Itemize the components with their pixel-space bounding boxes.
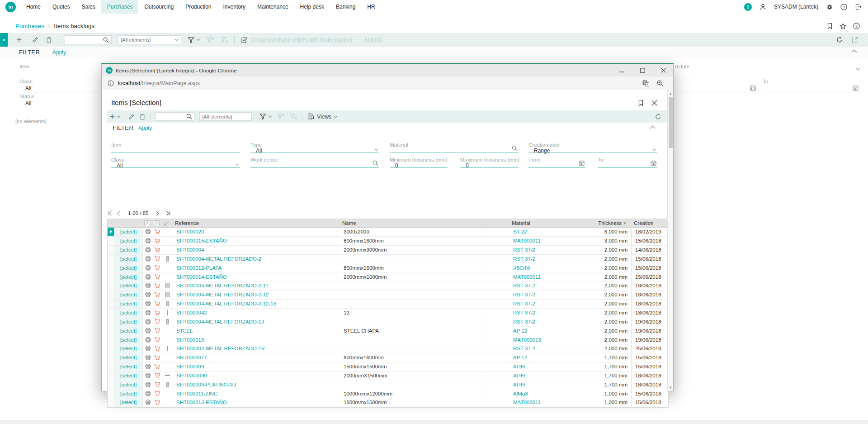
cart-icon[interactable] bbox=[153, 238, 162, 244]
url-text[interactable]: localhost/Integra/MainPage.aspx bbox=[118, 80, 200, 86]
table-row[interactable]: [select]SHT0000091500mmx1500mmAl 991,700… bbox=[108, 362, 668, 372]
table-row[interactable]: [select]SHT000012-PLATA800mmx1600mmX5CrN… bbox=[108, 263, 668, 272]
popup-filter-field-to[interactable]: To bbox=[598, 157, 657, 168]
nav-item-sales[interactable]: Sales bbox=[76, 0, 101, 14]
cart-icon[interactable] bbox=[153, 328, 162, 333]
reference-link[interactable]: SHT0000042 bbox=[173, 309, 338, 317]
popup-filter-field-creation-date[interactable]: Creation dateRange bbox=[528, 142, 657, 153]
field-value[interactable]: All bbox=[111, 162, 240, 169]
printer-icon[interactable] bbox=[143, 238, 153, 243]
printer-icon[interactable] bbox=[143, 247, 153, 252]
printer-icon[interactable] bbox=[143, 292, 153, 297]
printer-icon[interactable] bbox=[143, 373, 153, 378]
filter-collapse-icon[interactable] bbox=[851, 49, 857, 53]
table-row[interactable]: [select]SHT000004-METAL REFORZADO-2RST 3… bbox=[108, 255, 668, 264]
nav-item-banking[interactable]: Banking bbox=[330, 0, 361, 14]
table-row[interactable]: [select]SHT00000902000mmX1500mmAl 991,70… bbox=[108, 372, 668, 381]
popup-add-caret-icon[interactable] bbox=[117, 115, 121, 118]
info-icon[interactable] bbox=[108, 80, 114, 86]
cart-icon[interactable] bbox=[153, 346, 162, 352]
material-link[interactable]: RST 37-2 bbox=[485, 300, 602, 308]
table-row[interactable]: [select]SHT000004-METAL REFORZADO-1JRST … bbox=[108, 317, 668, 326]
field-value[interactable]: All bbox=[250, 148, 379, 154]
actions-button[interactable]: Actions bbox=[364, 37, 382, 43]
reference-link[interactable]: SHT000004-METAL REFORZADO-1V bbox=[173, 344, 338, 353]
add-button[interactable]: + bbox=[16, 35, 22, 44]
cart-icon[interactable] bbox=[153, 265, 162, 271]
table-row[interactable]: [select]SHT0000042000mmx3000mmRST 37-22,… bbox=[108, 246, 668, 255]
field-value[interactable]: Range bbox=[528, 148, 657, 154]
table-row[interactable]: [select]SHT000015MAT0000132,000 mm19/06/… bbox=[108, 335, 668, 344]
filter-clear-button[interactable] bbox=[221, 37, 228, 43]
nav-item-production[interactable]: Production bbox=[179, 0, 217, 14]
select-link[interactable]: [select] bbox=[120, 400, 137, 405]
cart-icon[interactable] bbox=[153, 355, 162, 361]
printer-icon[interactable] bbox=[143, 265, 153, 271]
select-link[interactable]: [select] bbox=[120, 364, 137, 369]
popup-filter-field-work-centre[interactable]: Work centre bbox=[250, 157, 379, 168]
select-link[interactable]: [select] bbox=[120, 355, 137, 360]
last-page-button[interactable] bbox=[165, 211, 170, 216]
printer-icon[interactable] bbox=[143, 229, 153, 234]
cart-icon[interactable] bbox=[153, 381, 162, 387]
header-material[interactable]: Material bbox=[484, 219, 601, 227]
popup-search-input[interactable] bbox=[156, 112, 194, 121]
reference-link[interactable]: SHT000004-METAL REFORZADO-1J bbox=[173, 317, 338, 326]
create-po-button[interactable]: Create purchase orders with main supplie… bbox=[241, 37, 352, 43]
nav-item-maintenance[interactable]: Maintenance bbox=[251, 0, 294, 14]
refresh-icon[interactable] bbox=[836, 37, 843, 43]
popup-edit-button[interactable] bbox=[128, 114, 135, 120]
cart-icon[interactable] bbox=[153, 292, 162, 298]
cart-icon[interactable] bbox=[153, 229, 162, 235]
select-link[interactable]: [select] bbox=[120, 274, 137, 280]
table-row[interactable]: [select]SHT000011-ZINC10000mmx12000mmAlM… bbox=[108, 389, 668, 398]
popup-bookmark-icon[interactable] bbox=[638, 100, 644, 106]
caret-down-icon[interactable] bbox=[235, 163, 239, 166]
prev-page-button[interactable] bbox=[117, 211, 120, 216]
popup-scrollbar[interactable]: ▲ ▼ bbox=[667, 90, 673, 391]
popup-filter-button[interactable] bbox=[259, 114, 272, 119]
printer-icon[interactable] bbox=[143, 301, 153, 306]
reference-link[interactable]: SHT000015-ESTAÑO bbox=[173, 237, 338, 245]
material-link[interactable]: RST 37-2 bbox=[485, 344, 602, 353]
bg-class-value[interactable]: All bbox=[25, 85, 31, 91]
scrollbar-thumb[interactable] bbox=[669, 97, 673, 148]
table-row[interactable]: [select]SHT000009-PLATINO-0UAl 991,700 m… bbox=[108, 380, 668, 389]
cart-icon[interactable] bbox=[153, 400, 162, 405]
nav-item-inventory[interactable]: Inventory bbox=[217, 0, 251, 14]
table-row[interactable]: [select]SHT000014-ESTAÑO2000mmx1000mmMAT… bbox=[108, 272, 668, 281]
cart-icon[interactable] bbox=[153, 247, 162, 253]
printer-icon[interactable] bbox=[143, 283, 153, 288]
printer-icon[interactable] bbox=[143, 391, 153, 396]
reference-link[interactable]: SHT000004-METAL REFORZADO-2-11 bbox=[173, 281, 338, 290]
reference-link[interactable]: SHT000011-ZINC bbox=[173, 389, 338, 398]
field-value[interactable] bbox=[390, 148, 519, 154]
material-link[interactable]: RST 37-2 bbox=[485, 317, 602, 326]
popup-filter-apply-link[interactable]: Apply bbox=[138, 125, 152, 131]
printer-icon[interactable] bbox=[143, 310, 153, 315]
reference-link[interactable]: SHT000004-METAL REFORZADO-2-12-13 bbox=[173, 300, 338, 308]
zoom-out-icon[interactable] bbox=[657, 80, 663, 86]
field-value[interactable] bbox=[598, 162, 657, 169]
popup-add-button[interactable]: + bbox=[109, 112, 115, 121]
material-link[interactable]: MAT000011 bbox=[485, 272, 602, 281]
table-row[interactable]: [select]SHT000013-ESTAÑO1500mmx1500mmMAT… bbox=[108, 398, 668, 407]
page-help-icon[interactable]: ? bbox=[853, 23, 860, 29]
table-row[interactable]: [select]SHT000004-METAL REFORZADO-2-12-1… bbox=[108, 300, 668, 309]
header-thickness[interactable]: Thickness▼ bbox=[601, 219, 630, 227]
table-row[interactable]: [select]SHT000004212RST 37-22,000 mm18/0… bbox=[108, 309, 668, 318]
favorite-star-icon[interactable] bbox=[840, 23, 846, 29]
material-link[interactable]: MAT000011 bbox=[485, 398, 602, 407]
material-link[interactable]: AlMg3 bbox=[485, 389, 602, 398]
popup-refresh-icon[interactable] bbox=[655, 114, 661, 120]
sidebar-expander[interactable]: » bbox=[0, 33, 8, 47]
translate-icon[interactable]: 文A bbox=[642, 80, 649, 86]
select-link[interactable]: [select] bbox=[120, 310, 137, 315]
filter-apply-link[interactable]: Apply bbox=[52, 49, 66, 56]
reference-link[interactable]: SHT000020 bbox=[173, 228, 338, 236]
popup-close-icon[interactable] bbox=[651, 100, 657, 106]
nav-item-help-desk[interactable]: Help desk bbox=[294, 0, 330, 14]
nav-item-purchases[interactable]: Purchases bbox=[101, 0, 139, 14]
material-link[interactable]: RST 37-2 bbox=[485, 281, 602, 290]
breadcrumb-section[interactable]: Purchases bbox=[15, 23, 44, 29]
